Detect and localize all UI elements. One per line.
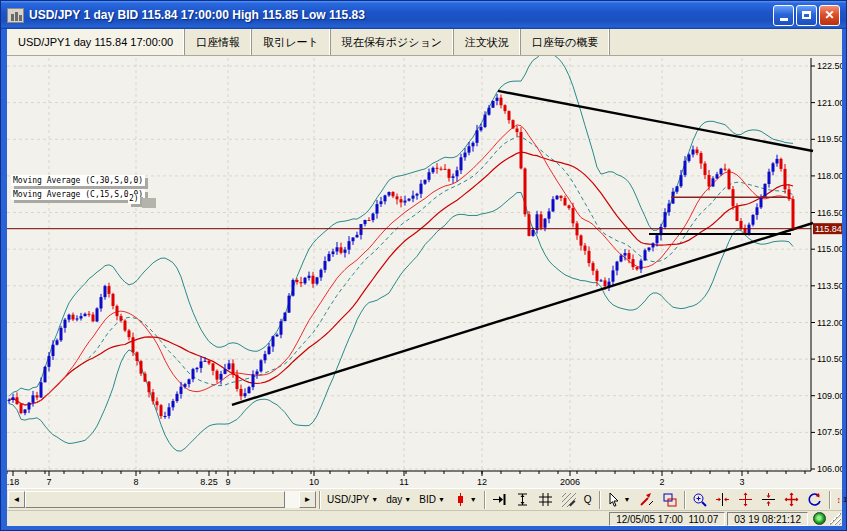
- scrollbar-track[interactable]: [285, 491, 299, 508]
- zoom-y-icon: [761, 492, 776, 507]
- svg-text:3: 3: [739, 477, 744, 487]
- title-bar: USD/JPY 1 day BID 115.84 17:00:00 High 1…: [1, 1, 846, 29]
- svg-text:2: 2: [659, 477, 664, 487]
- svg-text:9: 9: [225, 477, 230, 487]
- scroll-left-button[interactable]: ◄: [8, 491, 25, 508]
- zoom-q-button[interactable]: Q: [580, 490, 596, 509]
- tab-account-info[interactable]: 口座情報: [185, 29, 252, 55]
- svg-text:106.00: 106.00: [817, 464, 842, 474]
- cursor-icon: [607, 492, 622, 507]
- fit-vertical-button[interactable]: [511, 490, 534, 509]
- clock-panel: 03 19 08:21:12: [727, 512, 808, 526]
- zoom-crosshair-button[interactable]: [734, 490, 757, 509]
- window-title: USD/JPY 1 day BID 115.84 17:00:00 High 1…: [29, 8, 773, 22]
- ma15-tooltip: Moving Average (C,15,S,0,0): [11, 189, 145, 200]
- svg-text:122.50: 122.50: [817, 61, 842, 71]
- cursor-dropdown[interactable]: ▼: [603, 490, 635, 509]
- zoom-x-icon: [715, 492, 730, 507]
- scroll-to-end-button[interactable]: [488, 490, 511, 509]
- chart-style-dropdown[interactable]: ▼: [449, 490, 481, 509]
- chart-scrollbar[interactable]: ◄ ►: [8, 491, 316, 508]
- minimize-button[interactable]: [773, 5, 794, 26]
- svg-text:118.00: 118.00: [817, 171, 842, 181]
- tab-trade-rates[interactable]: 取引レート: [252, 29, 331, 55]
- svg-text:8: 8: [133, 477, 138, 487]
- tab-account-summary[interactable]: 口座毎の概要: [521, 29, 610, 55]
- svg-text:.18: .18: [7, 477, 19, 487]
- cascade-windows-button[interactable]: [658, 490, 681, 509]
- undo-zoom-button[interactable]: [803, 490, 826, 509]
- symbol-dropdown[interactable]: USD/JPY▼: [323, 492, 382, 507]
- tab-bar: USD/JPY1 day 115.84 17:00:00 口座情報 取引レート …: [7, 29, 842, 56]
- svg-text:2006: 2006: [560, 477, 580, 487]
- zoom-expand-button[interactable]: [780, 490, 803, 509]
- svg-text:7: 7: [46, 477, 51, 487]
- ma30-tooltip: Moving Average (C,30,S,0,0): [11, 175, 145, 186]
- app-window: USD/JPY 1 day BID 115.84 17:00:00 High 1…: [0, 0, 847, 531]
- app-icon: [7, 8, 24, 23]
- cursor-date: 12/05/05 17:00: [616, 514, 683, 525]
- tab-order-status[interactable]: 注文状況: [454, 29, 521, 55]
- draw-arrow-icon: [639, 492, 654, 507]
- maximize-button[interactable]: [796, 5, 817, 26]
- candle-icon: [453, 492, 468, 507]
- scrollbar-thumb[interactable]: [25, 491, 285, 508]
- tooltip-shadow: [142, 198, 156, 208]
- svg-text:119.50: 119.50: [817, 134, 842, 144]
- zoom-expand-icon: [784, 492, 799, 507]
- svg-text:112.00: 112.00: [817, 318, 842, 328]
- zoom-in-icon: [692, 492, 707, 507]
- svg-text:109.00: 109.00: [817, 391, 842, 401]
- resize-grip[interactable]: [829, 513, 841, 525]
- svg-text:10: 10: [309, 477, 319, 487]
- scroll-to-end-icon: [492, 492, 507, 507]
- scroll-right-button[interactable]: ►: [299, 491, 316, 508]
- one-to-one-vertical-button[interactable]: ↕1:1: [833, 493, 847, 507]
- cascade-icon: [662, 492, 677, 507]
- period-dropdown[interactable]: day▼: [382, 492, 415, 507]
- svg-text:121.00: 121.00: [817, 98, 842, 108]
- grid-toggle-button[interactable]: [534, 490, 557, 509]
- undo-zoom-icon: [807, 492, 822, 507]
- status-bar: 12/05/05 17:00 110.07 03 19 08:21:12: [7, 510, 842, 526]
- draw-tools-button[interactable]: [557, 490, 580, 509]
- zoom-crosshair-icon: [738, 492, 753, 507]
- svg-text:12: 12: [477, 477, 487, 487]
- cursor-readout-panel: 12/05/05 17:00 110.07: [609, 512, 725, 526]
- grid-icon: [538, 492, 553, 507]
- zoom-x-axis-button[interactable]: [711, 490, 734, 509]
- svg-text:11: 11: [399, 477, 408, 487]
- draw-arrow-button[interactable]: [635, 490, 658, 509]
- zoom-y-axis-button[interactable]: [757, 490, 780, 509]
- svg-text:113.50: 113.50: [817, 281, 842, 291]
- cursor-price: 110.07: [688, 514, 718, 525]
- bottom-toolbar: ◄ ► USD/JPY▼ day▼ BID▼ ▼ Q ▼: [7, 488, 842, 510]
- svg-text:115.84: 115.84: [815, 224, 842, 234]
- fit-vertical-icon: [515, 492, 530, 507]
- hatch-pencil-icon: [561, 492, 576, 507]
- price-chart-svg: 115.84122.50121.00119.50118.00116.50115.…: [7, 56, 842, 488]
- close-button[interactable]: ✕: [819, 5, 840, 26]
- zoom-in-button[interactable]: [688, 490, 711, 509]
- svg-text:107.50: 107.50: [817, 427, 842, 437]
- svg-text:115.00: 115.00: [817, 244, 842, 254]
- svg-text:116.50: 116.50: [817, 208, 842, 218]
- chart-plot[interactable]: 115.84122.50121.00119.50118.00116.50115.…: [7, 56, 842, 488]
- svg-text:110.50: 110.50: [817, 354, 842, 364]
- tab-chart[interactable]: USD/JPY1 day 115.84 17:00:00: [7, 29, 185, 55]
- connection-globe-icon: [813, 512, 826, 525]
- svg-text:8.25: 8.25: [200, 477, 218, 487]
- tooltip-fragment: 2): [128, 194, 140, 204]
- tab-open-positions[interactable]: 現在保有ポジション: [331, 29, 454, 55]
- price-type-dropdown[interactable]: BID▼: [415, 492, 449, 507]
